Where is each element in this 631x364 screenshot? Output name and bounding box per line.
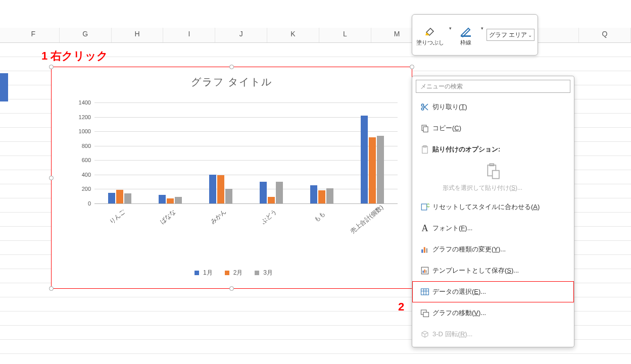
resize-handle[interactable] bbox=[229, 286, 234, 291]
menu-item-copy[interactable]: コピー(C) bbox=[412, 118, 574, 139]
svg-rect-16 bbox=[424, 270, 425, 273]
bar[interactable] bbox=[260, 182, 267, 203]
menu-label: 3-D 回転(R)... bbox=[432, 330, 569, 339]
legend[interactable]: 1月2月3月 bbox=[52, 269, 412, 277]
menu-item-font[interactable]: A フォント(F)... bbox=[412, 218, 574, 239]
menu-label: コピー(C) bbox=[432, 124, 569, 133]
menu-label: リセットしてスタイルに合わせる(A) bbox=[432, 202, 569, 212]
menu-label: グラフの種類の変更(Y)... bbox=[432, 245, 569, 254]
x-axis-labels[interactable]: りんごばななみかんぶどうもも売上合計(個数) bbox=[94, 207, 398, 238]
x-tick-label: りんご bbox=[108, 207, 127, 226]
bar[interactable] bbox=[159, 195, 166, 203]
bar-chart-icon bbox=[417, 245, 432, 254]
select-data-icon bbox=[417, 287, 432, 296]
bar[interactable] bbox=[326, 188, 333, 203]
menu-item-select-data[interactable]: データの選択(E)... bbox=[412, 281, 574, 302]
bar[interactable] bbox=[167, 198, 174, 203]
menu-label: フォント(F)... bbox=[432, 224, 569, 233]
menu-item-paste-header: 貼り付けのオプション: bbox=[412, 139, 574, 160]
bar[interactable] bbox=[116, 190, 123, 203]
y-tick-label: 200 bbox=[82, 186, 91, 192]
bar[interactable] bbox=[108, 193, 115, 203]
context-menu: メニューの検索 切り取り(T) コピー(C) 貼り付けのオプション: 形式を選択… bbox=[412, 76, 574, 347]
x-tick-label: みかん bbox=[209, 207, 228, 226]
y-tick-label: 1400 bbox=[79, 99, 91, 106]
col-header[interactable]: L bbox=[319, 28, 371, 42]
bar[interactable] bbox=[276, 182, 283, 203]
resize-handle[interactable] bbox=[410, 65, 414, 69]
col-header[interactable]: K bbox=[267, 28, 319, 42]
menu-item-cut[interactable]: 切り取り(T) bbox=[412, 96, 574, 118]
bar[interactable] bbox=[175, 197, 182, 203]
resize-handle[interactable] bbox=[229, 65, 234, 69]
resize-handle[interactable] bbox=[49, 176, 54, 180]
col-header[interactable]: H bbox=[112, 28, 164, 42]
legend-item[interactable]: 1月 bbox=[190, 269, 213, 276]
chart-title[interactable]: グラフ タイトル bbox=[52, 67, 412, 89]
col-header[interactable]: Q bbox=[579, 28, 631, 42]
x-tick-label: 売上合計(個数) bbox=[349, 203, 385, 235]
menu-label: データの選択(E)... bbox=[432, 287, 569, 296]
border-label: 枠線 bbox=[460, 39, 471, 45]
border-button[interactable]: 枠線 bbox=[455, 23, 477, 46]
menu-item-reset-style[interactable]: リセットしてスタイルに合わせる(A) bbox=[412, 196, 574, 218]
bar[interactable] bbox=[124, 193, 131, 203]
bar[interactable] bbox=[268, 197, 275, 203]
col-header[interactable]: I bbox=[163, 28, 215, 42]
legend-swatch bbox=[195, 271, 199, 275]
chart-element-select[interactable]: グラフ エリア ⌄ bbox=[487, 29, 535, 41]
y-tick-label: 0 bbox=[88, 200, 91, 206]
y-tick-label: 400 bbox=[82, 172, 91, 178]
font-icon: A bbox=[417, 223, 432, 234]
menu-item-save-template[interactable]: テンプレートとして保存(S)... bbox=[412, 260, 574, 281]
col-header[interactable]: G bbox=[60, 28, 112, 42]
paint-bucket-icon bbox=[423, 24, 438, 38]
cube-icon bbox=[417, 330, 432, 339]
menu-search-placeholder: メニューの検索 bbox=[420, 82, 463, 91]
x-axis-line bbox=[94, 203, 398, 204]
x-tick-label: ぶどう bbox=[259, 207, 279, 226]
menu-item-paste-special: 形式を選択して貼り付け(S)... bbox=[412, 182, 574, 196]
bar[interactable] bbox=[217, 175, 224, 203]
bar[interactable] bbox=[361, 116, 368, 203]
y-tick-label: 800 bbox=[82, 143, 91, 149]
chart-object[interactable]: グラフ タイトル 0200400600800100012001400 りんごばな… bbox=[51, 67, 412, 289]
bar[interactable] bbox=[209, 175, 216, 203]
svg-rect-11 bbox=[421, 249, 423, 253]
col-header[interactable]: J bbox=[215, 28, 267, 42]
fill-button[interactable]: 塗りつぶし bbox=[415, 23, 445, 46]
fill-label: 塗りつぶし bbox=[416, 39, 444, 45]
legend-item[interactable]: 3月 bbox=[251, 269, 273, 276]
row-selection-stub bbox=[0, 73, 8, 87]
svg-rect-20 bbox=[423, 313, 429, 317]
menu-item-change-chart-type[interactable]: グラフの種類の変更(Y)... bbox=[412, 239, 574, 260]
chevron-down-icon[interactable]: ▾ bbox=[481, 26, 483, 31]
plot-area[interactable]: 0200400600800100012001400 りんごばななみかんぶどうもも… bbox=[72, 102, 403, 229]
move-chart-icon bbox=[417, 308, 432, 318]
menu-item-move-chart[interactable]: グラフの移動(V)... bbox=[412, 302, 574, 324]
row-selection-stub bbox=[0, 87, 8, 101]
y-axis[interactable]: 0200400600800100012001400 bbox=[72, 102, 93, 203]
svg-rect-0 bbox=[461, 35, 471, 37]
menu-search-input[interactable]: メニューの検索 bbox=[416, 80, 570, 93]
bar[interactable] bbox=[377, 136, 384, 203]
bar[interactable] bbox=[318, 190, 325, 203]
legend-item[interactable]: 2月 bbox=[221, 269, 243, 276]
legend-swatch bbox=[225, 271, 229, 275]
annotation-1: 1 右クリック bbox=[41, 48, 108, 64]
chart-element-value: グラフ エリア bbox=[489, 31, 527, 39]
col-header[interactable]: F bbox=[8, 28, 60, 42]
y-tick-label: 600 bbox=[82, 157, 91, 163]
paste-option-icon[interactable] bbox=[412, 160, 574, 182]
resize-handle[interactable] bbox=[49, 65, 54, 69]
menu-label: 切り取り(T) bbox=[432, 102, 569, 112]
bar[interactable] bbox=[310, 185, 317, 203]
bar[interactable] bbox=[369, 137, 376, 203]
chevron-down-icon[interactable]: ▾ bbox=[449, 26, 452, 31]
svg-rect-15 bbox=[423, 271, 424, 273]
menu-item-3d-rotation: 3-D 回転(R)... bbox=[412, 324, 574, 345]
bar[interactable] bbox=[225, 189, 232, 203]
mini-toolbar: 塗りつぶし ▾ 枠線 ▾ グラフ エリア ⌄ bbox=[412, 14, 538, 56]
legend-swatch bbox=[255, 271, 259, 275]
resize-handle[interactable] bbox=[49, 286, 54, 291]
